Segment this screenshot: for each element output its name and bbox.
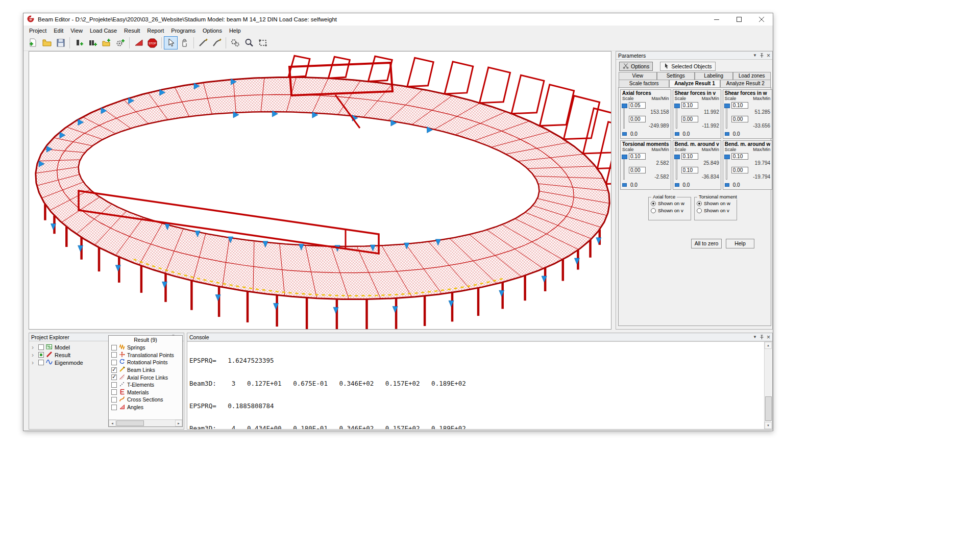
- model-viewport[interactable]: [29, 51, 611, 330]
- checkbox[interactable]: [111, 405, 117, 410]
- list-item-springs[interactable]: Springs: [109, 344, 182, 352]
- open-add-button[interactable]: [100, 36, 113, 49]
- menu-report[interactable]: Report: [143, 27, 167, 35]
- scale-min-input[interactable]: [629, 167, 646, 173]
- scale-min-input[interactable]: [681, 167, 698, 173]
- all-to-zero-button[interactable]: All to zero: [691, 239, 722, 248]
- draw-polyline-tool-button[interactable]: [210, 36, 224, 49]
- scale-max-input[interactable]: [629, 102, 646, 109]
- scale-max-input[interactable]: [629, 153, 646, 160]
- expander-icon[interactable]: ›: [32, 353, 36, 358]
- pin-icon[interactable]: [760, 335, 764, 340]
- tree-item-result[interactable]: › Result: [30, 351, 83, 359]
- offset-slider-handle[interactable]: [675, 132, 679, 136]
- close-button[interactable]: [750, 13, 773, 26]
- tab-load-zones[interactable]: Load zones: [733, 72, 771, 80]
- pan-tool-button[interactable]: [178, 36, 191, 49]
- checkbox[interactable]: [38, 344, 44, 350]
- expander-icon[interactable]: ›: [32, 345, 36, 350]
- panel-menu-icon[interactable]: ▼: [753, 335, 757, 339]
- scrollbar-thumb[interactable]: [116, 420, 144, 426]
- scale-slider[interactable]: [623, 104, 625, 129]
- maximize-button[interactable]: [728, 13, 750, 26]
- scale-max-input[interactable]: [731, 102, 748, 109]
- scroll-up-icon[interactable]: ▲: [765, 342, 772, 349]
- list-item-translational-points[interactable]: Translational Points: [109, 352, 182, 359]
- list-item-angles[interactable]: Angles: [109, 404, 182, 411]
- scale-slider[interactable]: [623, 155, 625, 180]
- tab-labeling[interactable]: Labeling: [695, 72, 733, 80]
- radio-icon[interactable]: [697, 201, 702, 206]
- checkbox[interactable]: [111, 352, 117, 358]
- close-icon[interactable]: ×: [767, 53, 770, 58]
- tree-item-eigenmode[interactable]: › Eigenmode: [30, 359, 83, 366]
- scale-min-input[interactable]: [731, 116, 748, 122]
- checkbox[interactable]: [111, 389, 117, 395]
- console-vscrollbar[interactable]: ▲ ▼: [764, 342, 772, 429]
- list-item-t-elements[interactable]: T-Elements: [109, 381, 182, 389]
- checkbox[interactable]: [111, 360, 117, 365]
- import-points-button[interactable]: [86, 36, 100, 49]
- scale-slider[interactable]: [676, 104, 677, 129]
- radio-icon[interactable]: [651, 208, 656, 213]
- menu-load-case[interactable]: Load Case: [86, 27, 120, 35]
- scroll-right-icon[interactable]: ►: [175, 420, 182, 427]
- open-button[interactable]: [40, 36, 54, 49]
- radio-icon[interactable]: [651, 201, 656, 206]
- expander-icon[interactable]: ›: [32, 360, 36, 365]
- checkbox[interactable]: [38, 352, 44, 358]
- checkbox[interactable]: [111, 345, 117, 350]
- offset-slider-handle[interactable]: [725, 183, 729, 187]
- offset-slider-handle[interactable]: [622, 183, 627, 187]
- menu-options[interactable]: Options: [199, 27, 226, 35]
- scale-slider[interactable]: [726, 104, 727, 129]
- tree-item-model[interactable]: › Model: [30, 343, 83, 351]
- select-tool-button[interactable]: [164, 36, 178, 49]
- menu-project[interactable]: Project: [26, 27, 50, 35]
- tab-analyze-result-1[interactable]: Analyze Result 1: [669, 80, 720, 87]
- tab-scale-factors[interactable]: Scale factors: [619, 80, 669, 87]
- mechanism-button[interactable]: [228, 36, 242, 49]
- scale-max-input[interactable]: [681, 153, 698, 160]
- help-button[interactable]: Help: [726, 239, 754, 248]
- zoom-button[interactable]: [242, 36, 256, 49]
- tab-analyze-result-2[interactable]: Analyze Result 2: [720, 80, 771, 87]
- pin-icon[interactable]: [760, 53, 764, 58]
- radio-icon[interactable]: [697, 208, 702, 213]
- scrollbar-thumb[interactable]: [765, 396, 772, 421]
- scale-slider[interactable]: [676, 155, 677, 180]
- checkbox[interactable]: [111, 367, 117, 373]
- list-item-rotational-points[interactable]: Rotational Points: [109, 359, 182, 366]
- scroll-down-icon[interactable]: ▼: [765, 422, 772, 429]
- menu-result[interactable]: Result: [120, 27, 143, 35]
- offset-slider-handle[interactable]: [725, 132, 729, 136]
- list-item-cross-sections[interactable]: Cross Sections: [109, 396, 182, 404]
- checkbox[interactable]: [111, 374, 117, 380]
- minimize-button[interactable]: [705, 13, 728, 26]
- radio-shown-on-v[interactable]: Shown on v: [697, 208, 734, 213]
- save-button[interactable]: [54, 36, 67, 49]
- scale-min-input[interactable]: [731, 167, 748, 173]
- list-item-beam-links[interactable]: Beam Links: [109, 366, 182, 374]
- scale-max-input[interactable]: [681, 102, 698, 109]
- show-results-button[interactable]: [132, 36, 145, 49]
- zoom-window-button[interactable]: [256, 36, 270, 49]
- options-mode-button[interactable]: Options: [619, 62, 653, 71]
- close-icon[interactable]: ×: [767, 335, 770, 340]
- scale-max-input[interactable]: [731, 153, 748, 160]
- tab-view[interactable]: View: [619, 72, 657, 80]
- list-item-materials[interactable]: Materials: [109, 389, 182, 396]
- menu-help[interactable]: Help: [226, 27, 244, 35]
- result-list-hscrollbar[interactable]: ◄ ►: [109, 419, 182, 427]
- radio-shown-on-w[interactable]: Shown on w: [651, 201, 689, 206]
- offset-slider-handle[interactable]: [622, 132, 627, 136]
- scale-min-input[interactable]: [681, 116, 698, 122]
- menu-view[interactable]: View: [67, 27, 86, 35]
- radio-shown-on-v[interactable]: Shown on v: [651, 208, 689, 213]
- menu-programs[interactable]: Programs: [167, 27, 199, 35]
- checkbox[interactable]: [38, 360, 44, 365]
- stop-button[interactable]: STOP: [145, 36, 159, 49]
- list-item-axial-force-links[interactable]: Axial Force Links: [109, 373, 182, 381]
- checkbox[interactable]: [111, 397, 117, 403]
- checkbox[interactable]: [111, 382, 117, 388]
